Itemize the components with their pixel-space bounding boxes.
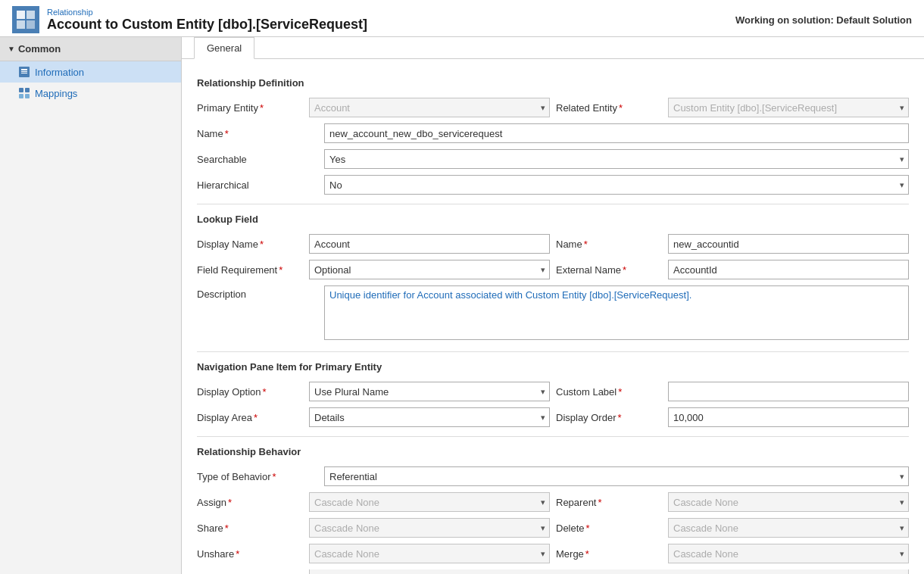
- unshare-col: Unshare* Cascade None: [197, 544, 550, 563]
- hierarchical-row: Hierarchical NoYes: [197, 175, 909, 195]
- type-of-behavior-select[interactable]: Referential Parental Configurable Cascad…: [324, 466, 909, 486]
- field-requirement-col: Field Requirement* Optional Business Req…: [197, 260, 550, 279]
- sidebar-item-mappings-label: Mappings: [35, 88, 77, 99]
- merge-select[interactable]: Cascade None: [668, 544, 909, 563]
- assign-label: Assign*: [197, 497, 303, 508]
- unshare-merge-row: Unshare* Cascade None Merge*: [197, 544, 909, 563]
- reparent-select[interactable]: Cascade None: [668, 492, 909, 512]
- external-name-input-wrapper: [668, 260, 909, 279]
- lookup-name-input[interactable]: [668, 234, 909, 254]
- sidebar: ▼ Common Information Map: [0, 37, 182, 574]
- reparent-label: Reparent*: [556, 497, 662, 508]
- display-name-label: Display Name*: [197, 239, 303, 250]
- display-area-select[interactable]: Details Sales Service Marketing: [309, 407, 550, 427]
- share-select[interactable]: Cascade None: [309, 518, 550, 538]
- page-title: Account to Custom Entity [dbo].[ServiceR…: [47, 17, 367, 33]
- app-container: Relationship Account to Custom Entity [d…: [0, 0, 924, 574]
- field-req-external-row: Field Requirement* Optional Business Req…: [197, 260, 909, 279]
- custom-label-label: Custom Label*: [556, 386, 662, 398]
- lookup-name-label: Name*: [556, 239, 662, 250]
- rollup-row: Rollup View* Cascade None: [197, 569, 909, 574]
- divider-3: [197, 436, 909, 437]
- field-requirement-select[interactable]: Optional Business Required Business Reco…: [309, 260, 550, 279]
- custom-label-input[interactable]: [668, 382, 909, 401]
- custom-label-input-wrapper: [668, 382, 909, 401]
- display-order-col: Display Order*: [556, 407, 909, 427]
- primary-entity-select[interactable]: Account: [309, 98, 550, 117]
- name-input[interactable]: [324, 123, 909, 143]
- display-name-input[interactable]: [309, 234, 550, 254]
- information-icon: [18, 66, 30, 78]
- sidebar-item-information[interactable]: Information: [0, 61, 181, 83]
- description-label: Description: [197, 285, 318, 300]
- primary-entity-label: Primary Entity*: [197, 102, 303, 114]
- name-row: Name*: [197, 123, 909, 143]
- unshare-label: Unshare*: [197, 548, 303, 560]
- mappings-icon: [18, 87, 30, 99]
- type-of-behavior-select-wrapper: Referential Parental Configurable Cascad…: [324, 466, 909, 486]
- svg-rect-9: [25, 88, 30, 92]
- svg-rect-0: [17, 11, 25, 19]
- field-requirement-label: Field Requirement*: [197, 264, 303, 276]
- section-relationship-behavior: Relationship Behavior: [197, 446, 909, 457]
- name-input-wrapper: [324, 123, 909, 143]
- svg-rect-2: [17, 20, 25, 29]
- searchable-select[interactable]: YesNo: [324, 149, 909, 169]
- sidebar-group-label: Common: [18, 43, 61, 55]
- external-name-label: External Name*: [556, 264, 662, 276]
- sidebar-item-mappings[interactable]: Mappings: [0, 83, 181, 104]
- unshare-select[interactable]: Cascade None: [309, 544, 550, 563]
- header-icon: [12, 6, 39, 33]
- section-relationship-definition: Relationship Definition: [197, 77, 909, 89]
- delete-select[interactable]: Cascade None: [668, 518, 909, 538]
- header-breadcrumb: Relationship: [47, 8, 367, 17]
- display-option-select[interactable]: Use Plural Name Use Custom Label Do Not …: [309, 382, 550, 401]
- description-textarea[interactable]: Unique identifier for Account associated…: [324, 285, 909, 340]
- chevron-icon: ▼: [8, 45, 15, 53]
- assign-select[interactable]: Cascade None: [309, 492, 550, 512]
- header-left: Relationship Account to Custom Entity [d…: [12, 6, 367, 33]
- primary-entity-select-wrapper: Account: [309, 98, 550, 117]
- display-order-label: Display Order*: [556, 412, 662, 423]
- svg-rect-11: [25, 94, 30, 98]
- tab-general[interactable]: General: [194, 37, 254, 59]
- display-name-col: Display Name*: [197, 234, 550, 254]
- field-requirement-select-wrapper: Optional Business Required Business Reco…: [309, 260, 550, 279]
- sidebar-item-information-label: Information: [35, 67, 84, 78]
- reparent-select-wrapper: Cascade None: [668, 492, 909, 512]
- display-area-col: Display Area* Details Sales Service Mark…: [197, 407, 550, 427]
- merge-label: Merge*: [556, 548, 662, 560]
- svg-rect-6: [21, 71, 27, 72]
- svg-rect-10: [19, 94, 23, 98]
- delete-col: Delete* Cascade None: [556, 518, 909, 538]
- assign-select-wrapper: Cascade None: [309, 492, 550, 512]
- svg-rect-7: [21, 73, 27, 73]
- hierarchical-select[interactable]: NoYes: [324, 175, 909, 195]
- header-titles: Relationship Account to Custom Entity [d…: [47, 8, 367, 33]
- related-entity-select-wrapper: Custom Entity [dbo].[ServiceRequest]: [668, 98, 909, 117]
- custom-label-col: Custom Label*: [556, 382, 909, 401]
- type-of-behavior-row: Type of Behavior* Referential Parental C…: [197, 466, 909, 486]
- hierarchical-label: Hierarchical: [197, 179, 318, 191]
- display-option-select-wrapper: Use Plural Name Use Custom Label Do Not …: [309, 382, 550, 401]
- tab-bar: General: [182, 37, 924, 59]
- display-option-col: Display Option* Use Plural Name Use Cust…: [197, 382, 550, 401]
- section-lookup-field: Lookup Field: [197, 214, 909, 225]
- searchable-select-wrapper: YesNo: [324, 149, 909, 169]
- display-name-name-row: Display Name* Name*: [197, 234, 909, 254]
- related-entity-select[interactable]: Custom Entity [dbo].[ServiceRequest]: [668, 98, 909, 117]
- display-order-input[interactable]: [668, 407, 909, 427]
- external-name-input[interactable]: [668, 260, 909, 279]
- primary-related-entity-row: Primary Entity* Account Related Entity*: [197, 98, 909, 117]
- display-area-order-row: Display Area* Details Sales Service Mark…: [197, 407, 909, 427]
- header: Relationship Account to Custom Entity [d…: [0, 0, 924, 37]
- svg-rect-8: [19, 88, 23, 92]
- rollup-select[interactable]: Cascade None: [309, 569, 909, 574]
- delete-label: Delete*: [556, 523, 662, 534]
- form-content: Relationship Definition Primary Entity* …: [182, 59, 924, 574]
- share-col: Share* Cascade None: [197, 518, 550, 538]
- svg-rect-3: [27, 20, 35, 29]
- sidebar-group-common[interactable]: ▼ Common: [0, 37, 181, 61]
- display-option-label: Display Option*: [197, 386, 303, 398]
- assign-col: Assign* Cascade None: [197, 492, 550, 512]
